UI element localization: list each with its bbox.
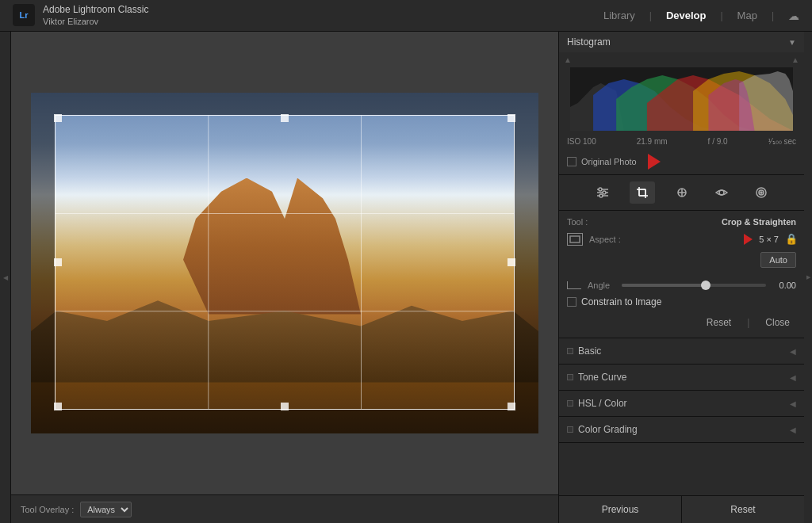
tone-curve-label: Tone Curve — [578, 372, 626, 383]
tone-curve-expand-icon: ◀ — [790, 373, 796, 382]
crop-handle-mid-left[interactable] — [54, 258, 62, 266]
panel-item-color-grading[interactable]: Color Grading ◀ — [559, 417, 804, 443]
nav-divider-2: | — [720, 10, 722, 21]
crop-handle-bottom-right[interactable] — [508, 403, 515, 410]
crop-handle-bottom-mid[interactable] — [281, 403, 289, 410]
photo-wrapper — [31, 93, 538, 433]
original-photo-checkbox[interactable] — [567, 157, 576, 166]
right-panel: Histogram ▼ ▲ ▲ — [558, 32, 804, 523]
constrain-checkbox[interactable] — [567, 297, 576, 307]
basic-item-left: Basic — [567, 345, 601, 357]
angle-slider-thumb[interactable] — [701, 281, 710, 290]
histogram-svg — [570, 67, 793, 131]
panel-items-list: Basic ◀ Tone Curve ◀ HSL / Color ◀ — [559, 338, 804, 495]
angle-label: Angle — [588, 281, 615, 290]
tool-icons-row — [559, 175, 804, 211]
crop-overlay[interactable] — [55, 115, 515, 410]
nav-develop[interactable]: Develop — [666, 10, 707, 21]
color-grading-item-left: Color Grading — [567, 424, 638, 435]
bottom-status-bar: Tool Overlay : Always Never Auto — [11, 494, 558, 523]
develop-settings-icon[interactable] — [590, 181, 615, 204]
panel-item-hsl-color[interactable]: HSL / Color ◀ — [559, 391, 804, 417]
svg-point-12 — [599, 194, 603, 197]
basic-expand-icon: ◀ — [790, 347, 796, 356]
crop-outside-left — [31, 115, 55, 410]
aspect-label: Aspect : — [589, 235, 737, 244]
tool-name-row: Tool : Crop & Straighten — [567, 217, 796, 227]
crop-handle-bottom-left[interactable] — [54, 403, 62, 410]
crop-handle-top-right[interactable] — [508, 114, 515, 122]
nav-library[interactable]: Library — [603, 10, 635, 21]
right-panel-toggle[interactable] — [804, 32, 812, 523]
masking-icon[interactable] — [749, 181, 774, 204]
constrain-row: Constrain to Image — [567, 296, 796, 307]
angle-value: 0.00 — [772, 281, 796, 290]
panel-item-basic[interactable]: Basic ◀ — [559, 338, 804, 365]
crop-handle-mid-right[interactable] — [508, 258, 515, 266]
original-photo-row: Original Photo — [559, 151, 804, 174]
left-panel-toggle[interactable] — [0, 32, 11, 523]
svg-rect-17 — [639, 189, 645, 196]
svg-rect-25 — [570, 236, 580, 242]
panel-item-tone-curve[interactable]: Tone Curve ◀ — [559, 365, 804, 391]
app-title: Adobe Lightroom Classic — [43, 4, 148, 17]
histogram-collapse-icon: ▼ — [788, 38, 796, 47]
aspect-icon — [567, 233, 583, 246]
nav-divider-3: | — [772, 10, 774, 21]
app-user: Viktor Elizarov — [43, 16, 148, 27]
tool-value: Crop & Straighten — [722, 217, 796, 227]
color-grading-label: Color Grading — [578, 424, 638, 435]
hsl-dot-icon — [567, 400, 573, 407]
aspect-value[interactable]: 5 × 7 — [759, 235, 779, 244]
nav-map[interactable]: Map — [737, 10, 757, 21]
shutter-value: ¹⁄₁₀₀ sec — [768, 137, 796, 146]
histogram-canvas — [570, 67, 793, 131]
center-area: Tool Overlay : Always Never Auto — [11, 32, 558, 523]
photo-container[interactable] — [11, 32, 558, 494]
lock-icon[interactable]: 🔒 — [785, 233, 796, 246]
angle-icon — [567, 281, 581, 289]
histogram-section: Histogram ▼ ▲ ▲ — [559, 32, 804, 175]
nav-divider-1: | — [649, 10, 652, 21]
hsl-item-left: HSL / Color — [567, 398, 627, 409]
svg-point-11 — [603, 191, 606, 194]
close-button[interactable]: Close — [759, 314, 796, 331]
auto-button[interactable]: Auto — [760, 252, 796, 268]
cloud-sync-icon[interactable]: ☁ — [788, 10, 799, 22]
svg-point-10 — [599, 188, 602, 191]
bottom-buttons: Previous Reset — [559, 495, 804, 523]
healing-brush-icon[interactable] — [669, 181, 695, 204]
color-grading-dot-icon — [567, 426, 573, 433]
angle-row: Angle 0.00 — [567, 281, 796, 290]
basic-dot-icon — [567, 348, 573, 354]
crop-tool-icon[interactable] — [630, 181, 655, 204]
top-nav: Library | Develop | Map | ☁ — [603, 10, 799, 22]
angle-slider[interactable] — [622, 284, 766, 287]
svg-point-24 — [760, 192, 762, 193]
top-bar: Lr Adobe Lightroom Classic Viktor Elizar… — [0, 0, 812, 32]
hsl-color-label: HSL / Color — [578, 398, 627, 409]
color-grading-expand-icon: ◀ — [790, 426, 796, 434]
histogram-info: ISO 100 21.9 mm f / 9.0 ¹⁄₁₀₀ sec — [559, 134, 804, 151]
svg-point-21 — [719, 190, 724, 195]
aspect-arrow-icon — [744, 234, 753, 245]
crop-outside-right — [515, 115, 538, 410]
aperture-value: f / 9.0 — [708, 137, 728, 146]
histogram-header[interactable]: Histogram ▼ — [559, 32, 804, 52]
original-photo-arrow — [648, 154, 661, 170]
crop-handle-top-mid[interactable] — [281, 114, 289, 122]
basic-label: Basic — [578, 345, 601, 357]
red-eye-icon[interactable] — [709, 181, 734, 204]
original-photo-label: Original Photo — [581, 157, 637, 166]
previous-button[interactable]: Previous — [559, 496, 682, 523]
tone-curve-dot-icon — [567, 374, 573, 380]
app-identity: Lr Adobe Lightroom Classic Viktor Elizar… — [13, 4, 148, 28]
tool-overlay-select[interactable]: Always Never Auto — [80, 502, 132, 517]
lr-logo: Lr — [13, 4, 35, 26]
crop-outside-top — [31, 93, 538, 115]
bottom-reset-button[interactable]: Reset — [682, 496, 804, 523]
crop-handle-top-left[interactable] — [54, 114, 62, 122]
reset-button[interactable]: Reset — [700, 314, 737, 331]
tool-options-panel: Tool : Crop & Straighten Aspect : 5 × 7 … — [559, 211, 804, 338]
hsl-expand-icon: ◀ — [790, 399, 796, 408]
